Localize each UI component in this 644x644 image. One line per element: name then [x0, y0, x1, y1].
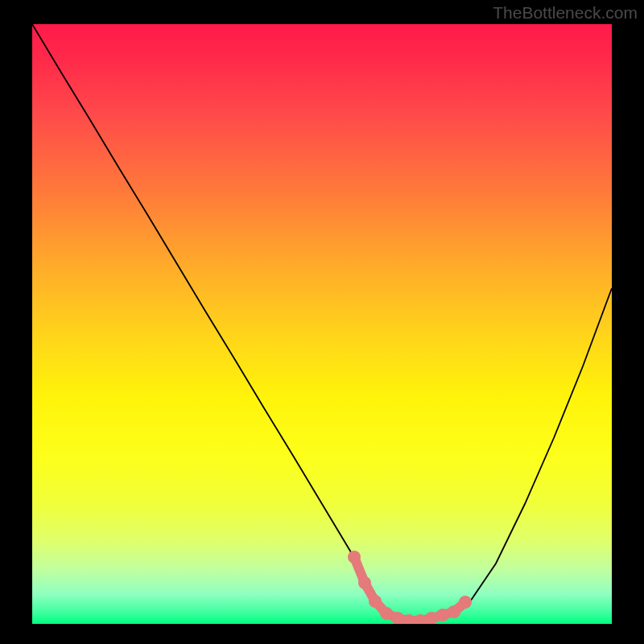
- optimal-zone-dots: [348, 551, 472, 624]
- svg-point-1: [358, 576, 371, 589]
- watermark-text: TheBottleneck.com: [493, 3, 638, 23]
- bottleneck-curve-line: [32, 24, 612, 621]
- svg-point-9: [448, 605, 460, 618]
- svg-point-10: [459, 596, 472, 609]
- svg-point-0: [348, 551, 361, 564]
- plot-area: [32, 24, 612, 624]
- svg-point-2: [369, 595, 382, 608]
- chart-svg: [32, 24, 612, 624]
- svg-point-8: [436, 609, 449, 621]
- svg-point-3: [380, 607, 393, 620]
- chart-container: TheBottleneck.com: [0, 0, 644, 644]
